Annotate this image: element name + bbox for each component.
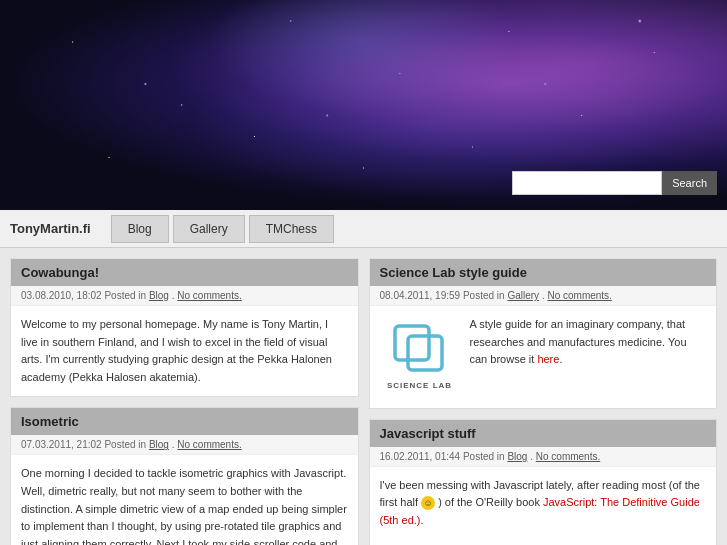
- post-javascript-meta: 16.02.2011, 01:44 Posted in Blog . No co…: [370, 447, 717, 467]
- left-column: Cowabunga! 03.08.2010, 18:02 Posted in B…: [10, 258, 359, 545]
- nav-item-blog[interactable]: Blog: [111, 215, 169, 243]
- nav-bar: TonyMartin.fi Blog Gallery TMChess: [0, 210, 727, 248]
- post-science-lab: Science Lab style guide 08.04.2011, 19:5…: [369, 258, 718, 409]
- main-content: Cowabunga! 03.08.2010, 18:02 Posted in B…: [0, 248, 727, 545]
- post-science-lab-meta: 08.04.2011, 19:59 Posted in Gallery . No…: [370, 286, 717, 306]
- nav-item-gallery[interactable]: Gallery: [173, 215, 245, 243]
- post-javascript-category[interactable]: Blog: [507, 451, 527, 462]
- post-javascript-body2: ) of the O'Reilly book: [438, 496, 540, 508]
- post-javascript-comments[interactable]: No comments.: [536, 451, 600, 462]
- post-science-lab-content: SCIENCE LAB A style guide for an imagina…: [380, 316, 707, 398]
- smiley-emoji: ☺: [421, 496, 435, 510]
- post-isometric-meta: 07.03.2011, 21:02 Posted in Blog . No co…: [11, 435, 358, 455]
- post-cowabunga-date: 03.08.2010, 18:02: [21, 290, 102, 301]
- svg-rect-0: [395, 326, 429, 360]
- post-cowabunga-comments[interactable]: No comments.: [177, 290, 241, 301]
- header: Search: [0, 0, 727, 210]
- post-isometric-comments[interactable]: No comments.: [177, 439, 241, 450]
- post-science-lab-title: Science Lab style guide: [370, 259, 717, 286]
- post-cowabunga-posted-in: Posted in: [104, 290, 148, 301]
- post-isometric-category[interactable]: Blog: [149, 439, 169, 450]
- post-science-lab-link[interactable]: here: [537, 353, 559, 365]
- search-button[interactable]: Search: [662, 171, 717, 195]
- post-isometric-posted-in: Posted in: [104, 439, 148, 450]
- right-column: Science Lab style guide 08.04.2011, 19:5…: [369, 258, 718, 545]
- search-input[interactable]: [512, 171, 662, 195]
- science-lab-logo: SCIENCE LAB: [380, 316, 460, 398]
- post-javascript-body: I've been messing with Javascript lately…: [370, 467, 717, 545]
- post-science-lab-comments[interactable]: No comments.: [547, 290, 611, 301]
- post-cowabunga-title: Cowabunga!: [11, 259, 358, 286]
- post-science-lab-posted-in: Posted in: [463, 290, 507, 301]
- post-javascript-date: 16.02.2011, 01:44: [380, 451, 461, 462]
- post-science-lab-body: SCIENCE LAB A style guide for an imagina…: [370, 306, 717, 408]
- post-cowabunga-meta: 03.08.2010, 18:02 Posted in Blog . No co…: [11, 286, 358, 306]
- post-javascript: Javascript stuff 16.02.2011, 01:44 Poste…: [369, 419, 718, 545]
- nav-item-tmchess[interactable]: TMChess: [249, 215, 334, 243]
- post-science-lab-body-text: A style guide for an imaginary company, …: [470, 318, 687, 365]
- post-isometric-date: 07.03.2011, 21:02: [21, 439, 102, 450]
- post-science-lab-date: 08.04.2011, 19:59: [380, 290, 461, 301]
- post-isometric-body: One morning I decided to tackle isometri…: [11, 455, 358, 545]
- science-lab-label: SCIENCE LAB: [387, 380, 452, 393]
- svg-rect-1: [408, 336, 442, 370]
- post-javascript-posted-in: Posted in: [463, 451, 507, 462]
- post-isometric: Isometric 07.03.2011, 21:02 Posted in Bl…: [10, 407, 359, 545]
- post-cowabunga-category[interactable]: Blog: [149, 290, 169, 301]
- post-science-lab-text: A style guide for an imaginary company, …: [470, 316, 707, 369]
- header-search-form: Search: [512, 171, 717, 195]
- post-javascript-title: Javascript stuff: [370, 420, 717, 447]
- science-lab-svg: [390, 321, 450, 376]
- post-isometric-title: Isometric: [11, 408, 358, 435]
- post-science-lab-category[interactable]: Gallery: [507, 290, 539, 301]
- site-title: TonyMartin.fi: [10, 221, 91, 236]
- post-cowabunga-body: Welcome to my personal homepage. My name…: [11, 306, 358, 396]
- post-cowabunga: Cowabunga! 03.08.2010, 18:02 Posted in B…: [10, 258, 359, 397]
